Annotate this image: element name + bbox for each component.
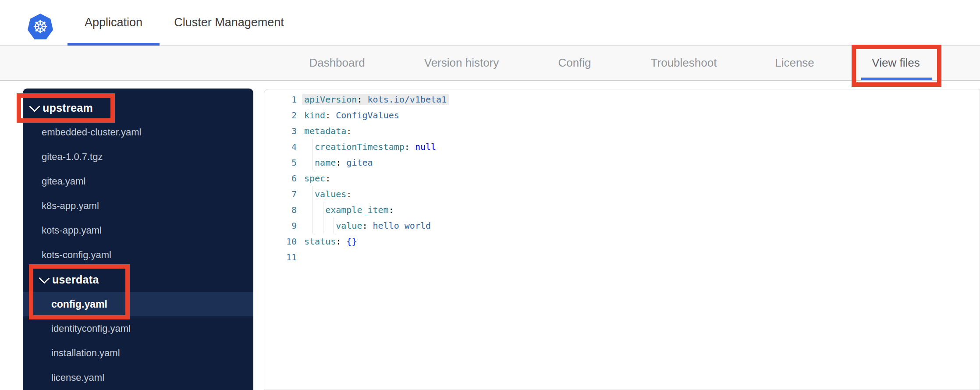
- tree-item-label: gitea.yaml: [42, 176, 85, 187]
- indent-guide: [323, 218, 323, 234]
- line-number: 8: [264, 202, 297, 218]
- tree-item-label: userdata: [52, 273, 99, 286]
- code-line-content: spec:: [304, 170, 980, 186]
- tab-application-label: Application: [85, 16, 142, 29]
- kots-admin-console: ☸ Application Cluster Management Dashboa…: [0, 0, 980, 390]
- code-line-content: kind: ConfigValues: [304, 107, 980, 123]
- code-line: 11: [264, 249, 980, 265]
- tree-file-embedded-cluster-yaml[interactable]: embedded-cluster.yaml: [23, 120, 253, 145]
- code-line-content: apiVersion: kots.io/v1beta1: [304, 92, 980, 107]
- tree-item-label: embedded-cluster.yaml: [42, 127, 141, 138]
- tree-file-kots-app-yaml[interactable]: kots-app.yaml: [23, 218, 253, 243]
- code-line-content: status: {}: [304, 234, 980, 249]
- indent-guide: [312, 202, 313, 218]
- tree-file-gitea-yaml[interactable]: gitea.yaml: [23, 169, 253, 194]
- code-line-content: name: gitea: [304, 155, 980, 170]
- subnav-tab-config[interactable]: Config: [558, 46, 591, 80]
- tree-folder-userdata[interactable]: userdata: [23, 267, 253, 292]
- line-number: 6: [264, 170, 297, 186]
- tree-item-label: upstream: [43, 102, 93, 114]
- tree-file-k8s-app-yaml[interactable]: k8s-app.yaml: [23, 194, 253, 218]
- line-number: 5: [264, 155, 297, 170]
- indent-guide: [312, 186, 313, 202]
- code-line-content: [304, 249, 980, 265]
- line-number: 4: [264, 139, 297, 155]
- chevron-down-icon: [39, 273, 50, 284]
- line-number: 10: [264, 234, 297, 249]
- line-number: 2: [264, 107, 297, 123]
- top-bar: ☸ Application Cluster Management: [0, 0, 980, 46]
- tree-item-label: installation.yaml: [51, 347, 120, 359]
- code-line: 1apiVersion: kots.io/v1beta1: [264, 92, 980, 107]
- tree-item-label: license.yaml: [51, 372, 104, 383]
- tree-file-gitea-1-0-7-tgz[interactable]: gitea-1.0.7.tgz: [23, 145, 253, 169]
- line-number: 3: [264, 123, 297, 139]
- code-line: 2kind: ConfigValues: [264, 107, 980, 123]
- file-tree-sidebar: upstreamembedded-cluster.yamlgitea-1.0.7…: [23, 89, 253, 390]
- kubernetes-logo-icon: ☸: [28, 14, 53, 40]
- line-number: 1: [264, 92, 297, 107]
- tree-item-label: kots-config.yaml: [42, 249, 111, 261]
- tree-file-config-yaml[interactable]: config.yaml: [23, 292, 253, 316]
- tree-item-label: gitea-1.0.7.tgz: [42, 151, 103, 163]
- helm-wheel-icon: ☸: [32, 18, 48, 35]
- code-line-content: values:: [304, 186, 980, 202]
- line-number: 9: [264, 218, 297, 234]
- code-line: 6spec:: [264, 170, 980, 186]
- tree-item-label: k8s-app.yaml: [42, 200, 99, 212]
- code-line: 7values:: [264, 186, 980, 202]
- tree-folder-upstream[interactable]: upstream: [23, 96, 253, 120]
- tree-file-kots-config-yaml[interactable]: kots-config.yaml: [23, 243, 253, 267]
- code-line-content: metadata:: [304, 123, 980, 139]
- code-line: 8example_item:: [264, 202, 980, 218]
- indent-guide: [334, 218, 334, 234]
- tree-file-license-yaml[interactable]: license.yaml: [23, 365, 253, 390]
- subnav-tab-version-history[interactable]: Version history: [424, 46, 499, 80]
- view-files-active-underline: [861, 78, 932, 80]
- subnav-tab-license[interactable]: License: [775, 46, 814, 80]
- search-highlight: apiVersion: kots.io/v1beta1: [302, 94, 449, 105]
- subnav-tab-troubleshoot[interactable]: Troubleshoot: [651, 46, 717, 80]
- code-line-content: creationTimestamp: null: [304, 139, 980, 155]
- code-line: 9value: hello world: [264, 218, 980, 234]
- code-line-content: example_item:: [304, 202, 980, 218]
- tree-item-label: identityconfig.yaml: [51, 323, 131, 334]
- code-line: 10status: {}: [264, 234, 980, 249]
- tree-file-installation-yaml[interactable]: installation.yaml: [23, 341, 253, 365]
- chevron-down-icon: [29, 101, 40, 112]
- indent-guide: [312, 218, 313, 234]
- yaml-file-viewer[interactable]: 1apiVersion: kots.io/v1beta12kind: Confi…: [264, 89, 980, 390]
- tree-item-label: config.yaml: [51, 298, 107, 310]
- tab-cluster-management-label: Cluster Management: [174, 16, 284, 29]
- line-number: 7: [264, 186, 297, 202]
- tab-application[interactable]: Application: [67, 0, 160, 45]
- subnav-tab-view-files[interactable]: View files: [872, 46, 920, 80]
- line-number: 11: [264, 249, 297, 265]
- tree-item-label: kots-app.yaml: [42, 225, 102, 236]
- tree-file-identityconfig-yaml[interactable]: identityconfig.yaml: [23, 316, 253, 341]
- indent-guide: [312, 139, 313, 155]
- code-line: 5name: gitea: [264, 155, 980, 170]
- subnav-tab-dashboard[interactable]: Dashboard: [309, 46, 365, 80]
- code-line: 3metadata:: [264, 123, 980, 139]
- indent-guide: [312, 155, 313, 170]
- code-line-content: value: hello world: [304, 218, 980, 234]
- indent-guide: [323, 202, 323, 218]
- tab-cluster-management[interactable]: Cluster Management: [167, 0, 291, 45]
- app-subnav: DashboardVersion historyConfigTroublesho…: [0, 46, 980, 81]
- code-line: 4creationTimestamp: null: [264, 139, 980, 155]
